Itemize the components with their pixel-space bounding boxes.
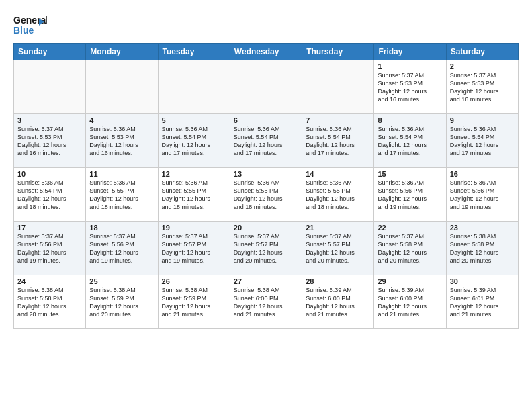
page: GeneralBlue SundayMondayTuesdayWednesday… xyxy=(0,0,532,411)
calendar-header: SundayMondayTuesdayWednesdayThursdayFrid… xyxy=(14,44,519,60)
day-number: 14 xyxy=(306,170,370,178)
day-info: Sunrise: 5:39 AM Sunset: 6:00 PM Dayligh… xyxy=(306,286,370,319)
day-info: Sunrise: 5:37 AM Sunset: 5:53 PM Dayligh… xyxy=(450,71,515,104)
day-number: 29 xyxy=(378,277,442,285)
day-number: 15 xyxy=(378,170,442,178)
day-info: Sunrise: 5:36 AM Sunset: 5:54 PM Dayligh… xyxy=(450,125,515,158)
day-number: 11 xyxy=(89,170,154,178)
calendar-cell: 17Sunrise: 5:37 AM Sunset: 5:56 PM Dayli… xyxy=(14,222,86,275)
calendar-cell: 25Sunrise: 5:38 AM Sunset: 5:59 PM Dayli… xyxy=(86,275,158,329)
day-info: Sunrise: 5:37 AM Sunset: 5:53 PM Dayligh… xyxy=(378,71,442,104)
calendar-cell: 16Sunrise: 5:36 AM Sunset: 5:56 PM Dayli… xyxy=(446,168,518,222)
calendar-week-row: 3Sunrise: 5:37 AM Sunset: 5:53 PM Daylig… xyxy=(14,114,519,168)
day-info: Sunrise: 5:38 AM Sunset: 6:00 PM Dayligh… xyxy=(234,286,298,319)
calendar-cell: 14Sunrise: 5:36 AM Sunset: 5:55 PM Dayli… xyxy=(302,168,374,222)
calendar-cell xyxy=(14,60,86,114)
day-info: Sunrise: 5:36 AM Sunset: 5:54 PM Dayligh… xyxy=(17,179,82,212)
weekday-header: Friday xyxy=(374,44,446,60)
day-info: Sunrise: 5:36 AM Sunset: 5:55 PM Dayligh… xyxy=(234,179,298,212)
calendar-cell xyxy=(230,60,302,114)
day-info: Sunrise: 5:37 AM Sunset: 5:57 PM Dayligh… xyxy=(306,232,370,265)
calendar-cell: 12Sunrise: 5:36 AM Sunset: 5:55 PM Dayli… xyxy=(158,168,230,222)
day-number: 2 xyxy=(450,62,515,71)
day-info: Sunrise: 5:36 AM Sunset: 5:55 PM Dayligh… xyxy=(162,179,226,212)
day-number: 18 xyxy=(89,224,154,232)
weekday-header: Thursday xyxy=(302,44,374,60)
day-number: 28 xyxy=(306,277,370,285)
calendar-cell: 27Sunrise: 5:38 AM Sunset: 6:00 PM Dayli… xyxy=(230,275,302,329)
calendar-cell: 22Sunrise: 5:37 AM Sunset: 5:58 PM Dayli… xyxy=(374,222,446,275)
calendar-cell: 8Sunrise: 5:36 AM Sunset: 5:54 PM Daylig… xyxy=(374,114,446,168)
calendar-table: SundayMondayTuesdayWednesdayThursdayFrid… xyxy=(13,43,519,329)
day-number: 10 xyxy=(17,170,82,178)
day-info: Sunrise: 5:39 AM Sunset: 6:00 PM Dayligh… xyxy=(378,286,442,319)
day-info: Sunrise: 5:36 AM Sunset: 5:54 PM Dayligh… xyxy=(378,125,442,158)
calendar-week-row: 10Sunrise: 5:36 AM Sunset: 5:54 PM Dayli… xyxy=(14,168,519,222)
day-number: 13 xyxy=(234,170,298,178)
header: GeneralBlue xyxy=(13,11,519,38)
svg-text:Blue: Blue xyxy=(13,25,34,36)
calendar-cell: 7Sunrise: 5:36 AM Sunset: 5:54 PM Daylig… xyxy=(302,114,374,168)
day-info: Sunrise: 5:36 AM Sunset: 5:54 PM Dayligh… xyxy=(162,125,226,158)
calendar-cell: 11Sunrise: 5:36 AM Sunset: 5:55 PM Dayli… xyxy=(86,168,158,222)
day-number: 7 xyxy=(306,116,370,124)
weekday-header: Tuesday xyxy=(158,44,230,60)
day-number: 16 xyxy=(450,170,515,178)
day-info: Sunrise: 5:36 AM Sunset: 5:56 PM Dayligh… xyxy=(378,179,442,212)
day-info: Sunrise: 5:38 AM Sunset: 5:58 PM Dayligh… xyxy=(450,232,515,265)
calendar-cell: 2Sunrise: 5:37 AM Sunset: 5:53 PM Daylig… xyxy=(446,60,518,114)
day-info: Sunrise: 5:37 AM Sunset: 5:58 PM Dayligh… xyxy=(378,232,442,265)
day-number: 25 xyxy=(89,277,154,285)
calendar-cell: 15Sunrise: 5:36 AM Sunset: 5:56 PM Dayli… xyxy=(374,168,446,222)
calendar-cell: 4Sunrise: 5:36 AM Sunset: 5:53 PM Daylig… xyxy=(86,114,158,168)
calendar-cell: 1Sunrise: 5:37 AM Sunset: 5:53 PM Daylig… xyxy=(374,60,446,114)
day-number: 17 xyxy=(17,224,82,232)
day-info: Sunrise: 5:36 AM Sunset: 5:54 PM Dayligh… xyxy=(306,125,370,158)
day-number: 8 xyxy=(378,116,442,124)
calendar-cell: 26Sunrise: 5:38 AM Sunset: 5:59 PM Dayli… xyxy=(158,275,230,329)
day-number: 5 xyxy=(162,116,226,124)
svg-text:General: General xyxy=(13,15,47,26)
day-info: Sunrise: 5:36 AM Sunset: 5:54 PM Dayligh… xyxy=(234,125,298,158)
day-number: 24 xyxy=(17,277,82,285)
calendar-cell: 18Sunrise: 5:37 AM Sunset: 5:56 PM Dayli… xyxy=(86,222,158,275)
day-number: 19 xyxy=(162,224,226,232)
day-number: 4 xyxy=(89,116,154,124)
calendar-week-row: 1Sunrise: 5:37 AM Sunset: 5:53 PM Daylig… xyxy=(14,60,519,114)
calendar-cell: 10Sunrise: 5:36 AM Sunset: 5:54 PM Dayli… xyxy=(14,168,86,222)
day-number: 22 xyxy=(378,224,442,232)
calendar-cell: 30Sunrise: 5:39 AM Sunset: 6:01 PM Dayli… xyxy=(446,275,518,329)
weekday-header: Sunday xyxy=(14,44,86,60)
calendar-cell: 13Sunrise: 5:36 AM Sunset: 5:55 PM Dayli… xyxy=(230,168,302,222)
day-info: Sunrise: 5:36 AM Sunset: 5:56 PM Dayligh… xyxy=(450,179,515,212)
calendar-body: 1Sunrise: 5:37 AM Sunset: 5:53 PM Daylig… xyxy=(14,60,519,329)
day-number: 26 xyxy=(162,277,226,285)
day-number: 27 xyxy=(234,277,298,285)
day-info: Sunrise: 5:39 AM Sunset: 6:01 PM Dayligh… xyxy=(450,286,515,319)
calendar-week-row: 24Sunrise: 5:38 AM Sunset: 5:58 PM Dayli… xyxy=(14,275,519,329)
logo-svg: GeneralBlue xyxy=(13,13,47,38)
weekday-header: Saturday xyxy=(446,44,518,60)
day-info: Sunrise: 5:38 AM Sunset: 5:59 PM Dayligh… xyxy=(89,286,154,319)
calendar-week-row: 17Sunrise: 5:37 AM Sunset: 5:56 PM Dayli… xyxy=(14,222,519,275)
day-info: Sunrise: 5:37 AM Sunset: 5:57 PM Dayligh… xyxy=(162,232,226,265)
day-number: 30 xyxy=(450,277,515,285)
day-info: Sunrise: 5:36 AM Sunset: 5:53 PM Dayligh… xyxy=(89,125,154,158)
day-number: 23 xyxy=(450,224,515,232)
weekday-header: Wednesday xyxy=(230,44,302,60)
day-number: 20 xyxy=(234,224,298,232)
calendar-cell xyxy=(158,60,230,114)
calendar-cell xyxy=(86,60,158,114)
calendar-cell xyxy=(302,60,374,114)
day-number: 6 xyxy=(234,116,298,124)
logo: GeneralBlue xyxy=(13,13,47,38)
day-info: Sunrise: 5:38 AM Sunset: 5:59 PM Dayligh… xyxy=(162,286,226,319)
day-info: Sunrise: 5:36 AM Sunset: 5:55 PM Dayligh… xyxy=(89,179,154,212)
day-number: 21 xyxy=(306,224,370,232)
day-info: Sunrise: 5:36 AM Sunset: 5:55 PM Dayligh… xyxy=(306,179,370,212)
day-info: Sunrise: 5:37 AM Sunset: 5:56 PM Dayligh… xyxy=(89,232,154,265)
day-info: Sunrise: 5:38 AM Sunset: 5:58 PM Dayligh… xyxy=(17,286,82,319)
calendar-cell: 20Sunrise: 5:37 AM Sunset: 5:57 PM Dayli… xyxy=(230,222,302,275)
calendar-cell: 5Sunrise: 5:36 AM Sunset: 5:54 PM Daylig… xyxy=(158,114,230,168)
calendar-cell: 24Sunrise: 5:38 AM Sunset: 5:58 PM Dayli… xyxy=(14,275,86,329)
